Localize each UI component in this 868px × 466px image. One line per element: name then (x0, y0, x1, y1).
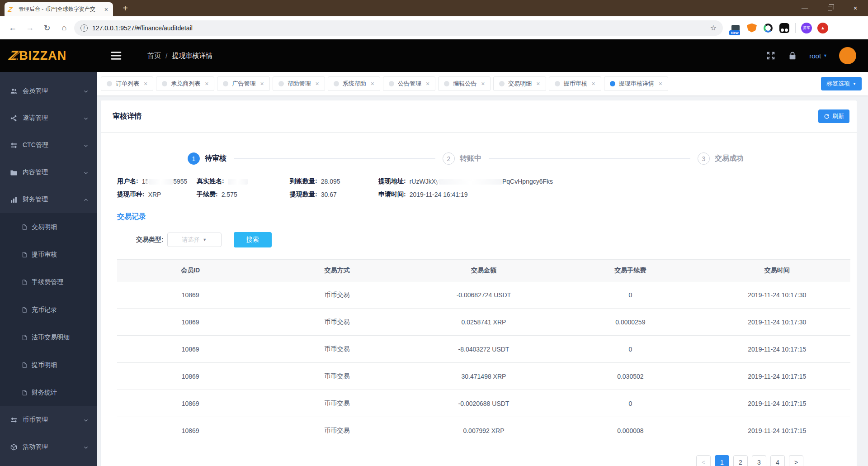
tab-close-icon[interactable]: × (371, 80, 374, 87)
sidebar-item-label: 内容管理 (23, 168, 78, 176)
submenu-item-交易明细[interactable]: 交易明细 (0, 213, 97, 241)
pagination-page-1[interactable]: 1 (715, 455, 729, 466)
address-bar[interactable]: i 127.0.0.1:9527/#/finance/auditdetail ☆ (74, 20, 723, 36)
submenu-item-label: 法币交易明细 (32, 333, 70, 342)
tab-label: 提币审核 (564, 80, 587, 88)
refresh-button[interactable]: 刷新 (818, 109, 849, 123)
sidebar-item-label: CTC管理 (23, 141, 78, 149)
tag-options-button[interactable]: 标签选项 ▼ (821, 77, 862, 90)
tab-label: 提现审核详情 (619, 80, 654, 88)
pagination: <1234> (101, 444, 857, 466)
home-icon[interactable]: ⌂ (57, 21, 71, 35)
sidebar-item-label: 活动管理 (23, 443, 78, 451)
sidebar-item-币币管理[interactable]: 币币管理 (0, 406, 97, 433)
app-tab-承兑商列表[interactable]: 承兑商列表× (156, 76, 214, 91)
tab-close-icon[interactable]: × (205, 80, 208, 87)
sidebar-item-会员管理[interactable]: 会员管理 (0, 77, 97, 105)
app-tab-提现审核详情[interactable]: 提现审核详情× (604, 76, 668, 91)
tab-close-icon[interactable]: × (481, 80, 485, 87)
app-tab-广告管理[interactable]: 广告管理× (217, 76, 269, 91)
transaction-type-select[interactable]: 请选择 ▼ (167, 233, 222, 247)
submenu-item-充币记录[interactable]: 充币记录 (0, 296, 97, 323)
tab-label: 交易明细 (508, 80, 532, 88)
tab-close-icon[interactable]: × (260, 80, 264, 87)
forward-icon[interactable]: → (23, 21, 37, 35)
back-icon[interactable]: ← (5, 21, 20, 35)
breadcrumb-home[interactable]: 首页 (147, 52, 161, 60)
browser-profile-avatar[interactable]: 贤军 (801, 23, 812, 33)
submenu-item-财务统计[interactable]: 财务统计 (0, 379, 97, 406)
tab-close-icon[interactable]: × (144, 80, 147, 87)
pagination-prev-button[interactable]: < (696, 455, 711, 466)
tab-close-icon[interactable]: × (659, 80, 662, 87)
site-info-icon[interactable]: i (80, 24, 88, 32)
tab-close-icon[interactable]: × (592, 80, 595, 87)
user-avatar[interactable] (839, 47, 856, 64)
tab-dot-icon (278, 81, 284, 86)
tab-close-icon[interactable]: × (536, 80, 540, 87)
table-cell: 2019-11-24 10:17:30 (704, 281, 850, 309)
sidebar-item-财务管理[interactable]: 财务管理 (0, 186, 97, 213)
doc-icon (21, 224, 28, 230)
submenu-item-法币交易明细[interactable]: 法币交易明细 (0, 323, 97, 351)
breadcrumb-separator: / (165, 52, 167, 60)
app-tab-编辑公告[interactable]: 编辑公告× (438, 76, 491, 91)
info-label: 提现地址: (378, 177, 406, 185)
submenu-item-提币明细[interactable]: 提币明细 (0, 351, 97, 379)
toolbar-divider (795, 23, 796, 33)
table-cell: 0 (557, 281, 703, 309)
fullscreen-icon[interactable] (766, 51, 776, 61)
app-tab-系统帮助[interactable]: 系统帮助× (328, 76, 380, 91)
app-tab-交易明细[interactable]: 交易明细× (493, 76, 546, 91)
info-value: XRP (148, 191, 161, 198)
submenu-item-提币审核[interactable]: 提币审核 (0, 241, 97, 268)
sidebar-item-邀请管理[interactable]: 邀请管理 (0, 105, 97, 132)
app-tab-订单列表[interactable]: 订单列表× (101, 76, 153, 91)
tab-dot-icon (444, 81, 449, 86)
main-area: 订单列表×承兑商列表×广告管理×帮助管理×系统帮助×公告管理×编辑公告×交易明细… (97, 72, 868, 466)
info-field: 提现地址:rUzWJkXyPqCvHpngcy6Fks (378, 177, 848, 185)
new-tab-button[interactable]: + (119, 3, 131, 14)
pagination-page-4[interactable]: 4 (770, 455, 785, 466)
tab-label: 公告管理 (398, 80, 421, 88)
step-number: 1 (188, 152, 200, 165)
metamask-icon[interactable] (746, 23, 757, 33)
info-value: rUzWJkXyPqCvHpngcy6Fks (410, 178, 553, 185)
lock-icon[interactable] (788, 51, 797, 61)
search-button[interactable]: 搜索 (234, 232, 272, 247)
swap-icon (10, 142, 18, 149)
browser-tab[interactable]: Z 管理后台 - 币严|全球数字资产交 × (5, 2, 113, 16)
tab-close-icon[interactable]: × (426, 80, 429, 87)
window-close-button[interactable]: × (843, 0, 868, 16)
tab-close-icon[interactable]: × (316, 80, 319, 87)
info-value-text: rUzWJkXy (410, 178, 439, 185)
reload-icon[interactable]: ↻ (40, 21, 54, 35)
submenu-item-手续费管理[interactable]: 手续费管理 (0, 268, 97, 296)
extension-new-icon[interactable]: New (730, 23, 741, 33)
sidebar-item-活动管理[interactable]: 活动管理 (0, 433, 97, 461)
browser-tab-close-icon[interactable]: × (103, 6, 109, 13)
pagination-page-2[interactable]: 2 (733, 455, 748, 466)
sidebar-item-内容管理[interactable]: 内容管理 (0, 159, 97, 186)
user-menu[interactable]: root ▼ (809, 52, 827, 60)
bookmark-star-icon[interactable]: ☆ (710, 24, 717, 32)
window-restore-button[interactable] (817, 0, 843, 16)
app-tab-公告管理[interactable]: 公告管理× (383, 76, 435, 91)
pagination-next-button[interactable]: > (789, 455, 803, 466)
app-tab-帮助管理[interactable]: 帮助管理× (273, 76, 325, 91)
bizzan-logo-icon: Z (8, 48, 19, 63)
tab-label: 承兑商列表 (171, 80, 200, 88)
column-header: 交易金额 (410, 260, 557, 281)
tab-label: 编辑公告 (453, 80, 476, 88)
panda-extension-icon[interactable] (779, 23, 790, 33)
sidebar-item-CTC管理[interactable]: CTC管理 (0, 132, 97, 159)
table-cell: 2019-11-24 10:17:15 (704, 417, 850, 444)
update-arrow-icon[interactable]: ▲ (817, 23, 828, 33)
chevron-down-icon: ▼ (203, 238, 207, 242)
app-tab-提币审核[interactable]: 提币审核× (549, 76, 601, 91)
bizzan-logo[interactable]: Z BIZZAN (0, 48, 97, 63)
pagination-page-3[interactable]: 3 (752, 455, 766, 466)
window-minimize-button[interactable]: — (792, 0, 817, 16)
sidebar-toggle-icon[interactable] (109, 49, 123, 62)
ring-extension-icon[interactable] (763, 23, 774, 33)
